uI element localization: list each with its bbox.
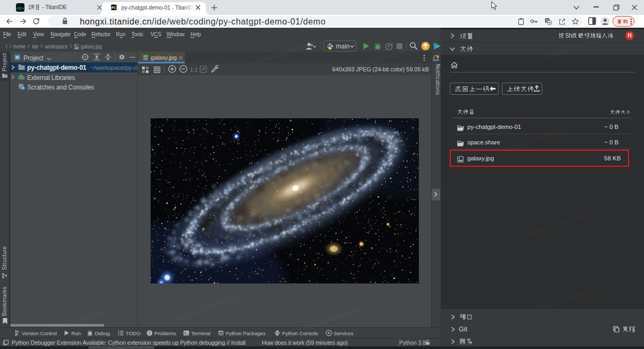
svg-text:<t>: <t> (16, 6, 24, 11)
svg-text:PC: PC (111, 6, 116, 10)
